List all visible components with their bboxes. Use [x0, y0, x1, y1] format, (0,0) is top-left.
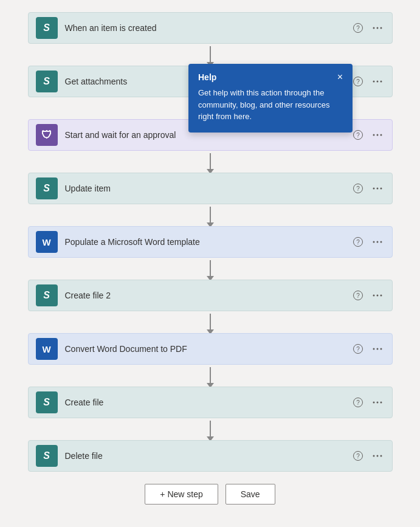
more-icon-2[interactable]: [370, 74, 385, 89]
connector-3: [28, 151, 393, 173]
svg-text:?: ?: [356, 453, 360, 460]
svg-point-17: [373, 188, 374, 190]
svg-point-8: [376, 81, 378, 83]
step-card-4[interactable]: SUpdate item ?: [28, 173, 393, 204]
svg-point-13: [376, 134, 378, 136]
svg-point-27: [373, 295, 374, 297]
svg-point-29: [380, 295, 382, 297]
connector-line-3: [210, 153, 211, 170]
step-icon-3: 🛡: [36, 124, 58, 146]
save-button[interactable]: Save: [225, 484, 275, 505]
help-icon-1[interactable]: ?: [351, 21, 365, 35]
step-icon-6: S: [36, 284, 58, 306]
svg-point-22: [373, 241, 374, 243]
s-icon: S: [43, 450, 50, 461]
step-actions-5: ?: [351, 235, 385, 249]
svg-text:?: ?: [356, 132, 360, 139]
help-icon-4[interactable]: ?: [351, 181, 365, 196]
more-icon-4[interactable]: [370, 181, 385, 196]
svg-point-24: [380, 241, 382, 243]
step-label-7: Convert Word Document to PDF: [65, 344, 351, 354]
svg-point-33: [376, 348, 378, 350]
connector-line-7: [210, 367, 211, 384]
more-icon-8[interactable]: [370, 395, 385, 410]
more-icon-1[interactable]: [370, 21, 385, 35]
connector-8: [28, 418, 393, 440]
svg-point-18: [376, 188, 378, 190]
step-icon-8: S: [36, 391, 58, 413]
connector-1: [28, 44, 393, 66]
step-label-8: Create file: [65, 398, 351, 407]
help-icon-8[interactable]: ?: [351, 395, 365, 410]
connector-4: [28, 204, 393, 226]
svg-point-43: [376, 455, 378, 457]
step-card-8[interactable]: SCreate file ?: [28, 387, 393, 418]
connector-5: [28, 258, 393, 280]
step-label-4: Update item: [65, 184, 351, 193]
svg-point-4: [380, 27, 382, 29]
svg-text:?: ?: [356, 292, 360, 299]
svg-text:?: ?: [356, 78, 360, 85]
step-actions-7: ?: [351, 342, 385, 356]
step-actions-8: ?: [351, 395, 385, 410]
connector-line-1: [210, 46, 211, 63]
s-icon: S: [43, 290, 50, 301]
step-icon-7: W: [36, 338, 58, 360]
s-icon: S: [43, 397, 50, 408]
step-icon-2: S: [36, 71, 58, 92]
bottom-bar: + New step Save: [18, 472, 402, 523]
svg-point-19: [380, 188, 382, 190]
w-icon: W: [42, 237, 50, 247]
svg-point-39: [380, 402, 382, 404]
svg-text:?: ?: [356, 239, 360, 246]
step-card-1[interactable]: SWhen an item is created ?: [28, 12, 393, 44]
step-label-9: Delete file: [65, 451, 351, 461]
step-card-7[interactable]: WConvert Word Document to PDF ?: [28, 333, 393, 365]
step-label-6: Create file 2: [65, 291, 351, 300]
new-step-button[interactable]: + New step: [145, 484, 218, 505]
step-actions-2: ?: [351, 74, 385, 89]
connector-line-4: [210, 207, 211, 224]
connector-line-8: [210, 421, 211, 438]
step-card-9[interactable]: SDelete file ?: [28, 440, 393, 472]
help-icon-6[interactable]: ?: [351, 288, 365, 303]
step-icon-9: S: [36, 445, 58, 467]
help-icon-3[interactable]: ?: [351, 128, 365, 142]
step-label-5: Populate a Microsoft Word template: [65, 237, 351, 247]
connector-line-6: [210, 314, 211, 331]
step-icon-4: S: [36, 177, 58, 199]
s-icon: S: [43, 183, 50, 194]
help-tooltip-close-button[interactable]: ×: [337, 72, 343, 82]
svg-point-38: [376, 402, 378, 404]
more-icon-5[interactable]: [370, 235, 385, 249]
svg-point-34: [380, 348, 382, 350]
more-icon-9[interactable]: [370, 449, 385, 463]
step-icon-1: S: [36, 17, 58, 39]
s-icon: S: [43, 76, 50, 87]
svg-point-14: [380, 134, 382, 136]
svg-point-12: [373, 134, 374, 136]
s-icon: S: [43, 22, 50, 33]
help-tooltip: Help × Get help with this action through…: [188, 64, 353, 133]
step-actions-1: ?: [351, 21, 385, 35]
help-icon-2[interactable]: ?: [351, 74, 365, 89]
help-icon-7[interactable]: ?: [351, 342, 365, 356]
connector-7: [28, 365, 393, 387]
flow-container: SWhen an item is created ? SGet attachme…: [0, 0, 420, 527]
step-actions-4: ?: [351, 181, 385, 196]
svg-point-37: [373, 402, 374, 404]
svg-point-44: [380, 455, 382, 457]
step-card-6[interactable]: SCreate file 2 ?: [28, 280, 393, 311]
more-icon-6[interactable]: [370, 288, 385, 303]
help-icon-5[interactable]: ?: [351, 235, 365, 249]
help-icon-9[interactable]: ?: [351, 449, 365, 463]
more-icon-3[interactable]: [370, 128, 385, 142]
svg-text:?: ?: [356, 399, 360, 406]
step-actions-3: ?: [351, 128, 385, 142]
connector-6: [28, 311, 393, 333]
svg-point-28: [376, 295, 378, 297]
more-icon-7[interactable]: [370, 342, 385, 356]
step-card-5[interactable]: WPopulate a Microsoft Word template ?: [28, 226, 393, 258]
step-actions-9: ?: [351, 449, 385, 463]
help-tooltip-body: Get help with this action through the co…: [198, 87, 343, 123]
